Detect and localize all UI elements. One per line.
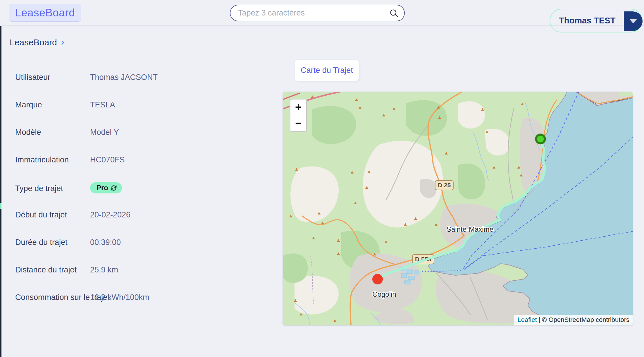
svg-text:D 25: D 25 <box>438 182 451 188</box>
start-marker <box>536 135 545 143</box>
detail-label: Immatriculation <box>15 155 69 164</box>
detail-value: 25.9 km <box>90 265 118 274</box>
leaseboard-app: LeaseBoard Thomas TEST LeaseBoard › Util… <box>0 0 644 357</box>
detail-row-utilisateur: Utilisateur Thomas JACSONT <box>15 73 284 85</box>
left-edge-accent <box>0 203 1 209</box>
osm-attribution[interactable]: © OpenStreetMap contributors <box>542 316 629 323</box>
detail-value: HC070FS <box>90 155 125 164</box>
detail-label: Modèle <box>15 128 41 137</box>
end-marker <box>372 274 383 284</box>
trip-type-badge[interactable]: Pro <box>90 182 122 193</box>
detail-row-immatriculation: Immatriculation HC070FS <box>15 155 284 168</box>
user-menu-button[interactable] <box>624 11 643 31</box>
detail-row-debut: Début du trajet 20-02-2026 <box>15 210 284 223</box>
detail-value: Thomas JACSONT <box>90 73 158 82</box>
detail-value: 00:39:00 <box>90 238 121 247</box>
breadcrumb-root[interactable]: LeaseBoard <box>10 37 57 47</box>
left-edge-bar <box>0 26 1 357</box>
map-attribution: Leaflet|© OpenStreetMap contributors <box>514 315 633 325</box>
trip-map[interactable]: D 559 D 25 Sainte-Maxime Cogolin + − Lea… <box>283 92 633 326</box>
chevron-right-icon: › <box>61 37 64 46</box>
detail-value: Model Y <box>90 128 119 137</box>
app-logo-label: LeaseBoard <box>15 7 75 19</box>
detail-label: Utilisateur <box>15 73 50 82</box>
search-icon[interactable] <box>389 8 399 18</box>
detail-row-marque: Marque TESLA <box>15 100 284 113</box>
user-menu: Thomas TEST <box>550 9 643 32</box>
map-canvas: D 559 D 25 Sainte-Maxime Cogolin <box>283 92 633 326</box>
search-input[interactable] <box>230 8 389 18</box>
app-logo[interactable]: LeaseBoard <box>9 4 81 22</box>
detail-row-type-trajet: Type de trajet Pro <box>15 184 284 196</box>
detail-row-consommation: Consommation sur le trajet 12.2 kWh/100k… <box>15 293 284 305</box>
trip-type-badge-label: Pro <box>97 184 108 192</box>
detail-row-modele: Modèle Model Y <box>15 128 284 140</box>
attribution-separator: | <box>539 316 540 323</box>
topbar: LeaseBoard Thomas TEST <box>0 0 644 26</box>
tab-label: Carte du Trajet <box>301 66 353 75</box>
map-label-sainte-maxime: Sainte-Maxime <box>447 225 493 233</box>
chevron-down-icon <box>630 19 637 23</box>
leaflet-link[interactable]: Leaflet <box>518 316 537 323</box>
detail-row-duree: Durée du trajet 00:39:00 <box>15 238 284 250</box>
detail-label: Distance du trajet <box>15 265 77 274</box>
zoom-out-button[interactable]: − <box>290 115 306 131</box>
road-shield-d25: D 25 <box>435 181 453 190</box>
global-search <box>230 5 405 21</box>
map-label-cogolin: Cogolin <box>372 290 396 298</box>
refresh-icon <box>111 185 117 191</box>
user-name: Thomas TEST <box>559 9 615 32</box>
detail-label: Type de trajet <box>15 184 63 193</box>
detail-label: Durée du trajet <box>15 238 68 247</box>
detail-value: 12.2 kWh/100km <box>90 293 149 302</box>
detail-row-distance: Distance du trajet 25.9 km <box>15 265 284 278</box>
zoom-in-button[interactable]: + <box>290 99 306 115</box>
detail-label: Début du trajet <box>15 210 67 219</box>
detail-value: TESLA <box>90 100 115 109</box>
detail-label: Marque <box>15 100 42 109</box>
detail-value: 20-02-2026 <box>90 210 130 219</box>
map-zoom-control: + − <box>290 99 307 132</box>
tab-carte-du-trajet[interactable]: Carte du Trajet <box>295 60 359 81</box>
breadcrumb: LeaseBoard › <box>10 37 64 47</box>
